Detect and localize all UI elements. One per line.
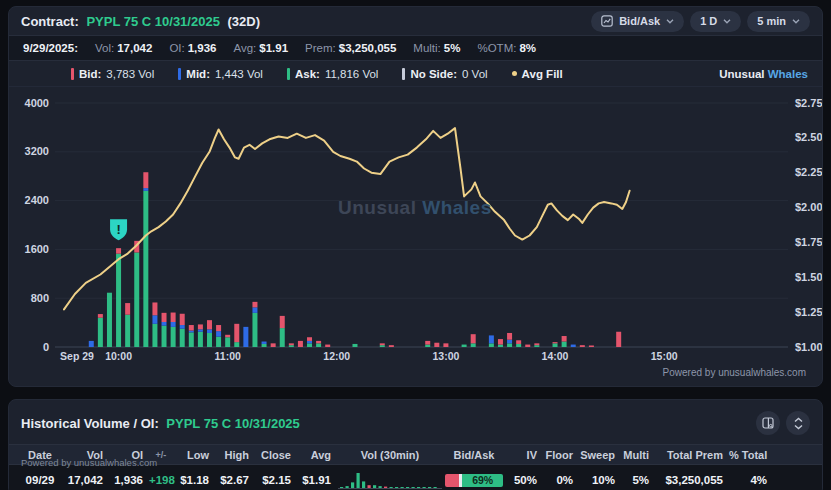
row-total-prem: $3,250,055 [655, 474, 729, 486]
svg-text:12:00: 12:00 [323, 350, 350, 362]
col-high[interactable]: High [215, 449, 255, 461]
row-close: $2.15 [255, 474, 297, 486]
svg-text:$1.50: $1.50 [795, 271, 823, 283]
svg-text:14:00: 14:00 [542, 350, 569, 362]
contract-label: Contract: [21, 14, 79, 29]
svg-text:$2.25: $2.25 [795, 166, 823, 178]
col-iv[interactable]: IV [505, 449, 543, 461]
expand-sort-button[interactable] [786, 411, 810, 435]
svg-text:$2.75: $2.75 [795, 97, 823, 109]
svg-text:10:00: 10:00 [105, 350, 132, 362]
stat-avg: Avg:$1.91 [234, 42, 289, 54]
chart-controls: Bid/Ask 1 D 5 min [591, 11, 810, 32]
svg-text:15:00: 15:00 [651, 350, 678, 362]
chevron-down-icon [792, 19, 800, 24]
legend-item-avgfill[interactable]: Avg Fill [512, 68, 563, 80]
chart-type-dropdown[interactable]: Bid/Ask [591, 11, 684, 32]
row-oi-change: +198 [149, 474, 173, 486]
svg-text:2400: 2400 [25, 194, 49, 206]
chart-icon [601, 15, 613, 27]
legend-item-ask[interactable]: Ask:11,816 Vol [287, 68, 378, 80]
contract-name[interactable]: PYPL 75 C 10/31/2025 [86, 14, 219, 29]
svg-text:0: 0 [43, 341, 49, 353]
svg-text:$2.00: $2.00 [795, 201, 823, 213]
svg-text:3200: 3200 [25, 145, 49, 157]
row-floor: 0% [543, 474, 579, 486]
range-label: 1 D [700, 15, 717, 27]
sort-arrows-icon [793, 417, 804, 430]
historical-panel: Historical Volume / OI: PYPL 75 C 10/31/… [8, 399, 823, 490]
svg-text:!: ! [116, 222, 120, 237]
col-low[interactable]: Low [173, 449, 215, 461]
interval-label: 5 min [757, 15, 786, 27]
price-volume-chart[interactable]: 08001600240032004000$1.00$1.25$1.50$1.75… [9, 87, 822, 365]
col-bid-ask[interactable]: Bid/Ask [443, 449, 505, 461]
stat-prem: Prem:$3,250,055 [305, 42, 396, 54]
noside-swatch [402, 68, 405, 80]
svg-text:1600: 1600 [25, 243, 49, 255]
historical-header: Historical Volume / OI: PYPL 75 C 10/31/… [9, 400, 822, 444]
row-sweep: 10% [579, 474, 621, 486]
ask-swatch [287, 68, 290, 80]
svg-text:Sep 29: Sep 29 [60, 350, 94, 362]
row-multi: 5% [621, 474, 655, 486]
chevron-down-icon [666, 19, 674, 24]
stat-multi: Multi:5% [413, 42, 460, 54]
col-avg[interactable]: Avg [297, 449, 337, 461]
col-total-prem[interactable]: Total Prem [655, 449, 729, 461]
interval-dropdown[interactable]: 5 min [747, 11, 810, 32]
daily-stats-bar: 9/29/2025: Vol:17,042 OI:1,936 Avg:$1.91… [9, 35, 822, 61]
powered-by-watermark: Powered by unusualwhales.com [21, 457, 157, 468]
row-vol-30min [337, 471, 443, 490]
contract-header: Contract: PYPL 75 C 10/31/2025 (32D) Bid… [9, 7, 822, 35]
row-iv: 50% [505, 474, 543, 486]
vol-30min-sparkline [338, 471, 442, 490]
svg-text:13:00: 13:00 [432, 350, 459, 362]
bid-swatch [71, 68, 74, 80]
col-floor[interactable]: Floor [543, 449, 579, 461]
row-oi: 1,936 [109, 474, 149, 486]
legend-item-noside[interactable]: No Side:0 Vol [402, 68, 487, 80]
col-vol-30min[interactable]: Vol (30min) [337, 449, 443, 461]
page-title: Contract: PYPL 75 C 10/31/2025 (32D) [21, 14, 260, 29]
row-bid-ask: 69% [443, 474, 505, 487]
svg-text:$1.75: $1.75 [795, 236, 823, 248]
stat-otm: %OTM:8% [477, 42, 536, 54]
chart-legend: Bid:3,783 Vol Mid:1,443 Vol Ask:11,816 V… [9, 61, 822, 87]
col-sweep[interactable]: Sweep [579, 449, 621, 461]
stat-vol: Vol:17,042 [95, 42, 152, 54]
table-row[interactable]: 09/29 17,042 1,936 +198 $1.18 $2.67 $2.1… [9, 465, 822, 490]
stats-date: 9/29/2025: [23, 42, 78, 54]
row-high: $2.67 [215, 474, 255, 486]
col-multi[interactable]: Multi [621, 449, 655, 461]
powered-by-text: Powered by unusualwhales.com [9, 365, 822, 386]
range-dropdown[interactable]: 1 D [690, 11, 741, 32]
row-vol: 17,042 [59, 474, 109, 486]
svg-text:800: 800 [31, 292, 49, 304]
brand-logo: Unusual Whales [719, 68, 808, 80]
contract-dte: (32D) [228, 14, 261, 29]
legend-item-bid[interactable]: Bid:3,783 Vol [71, 68, 154, 80]
contract-chart-panel: Contract: PYPL 75 C 10/31/2025 (32D) Bid… [8, 6, 823, 387]
row-low: $1.18 [173, 474, 215, 486]
row-avg: $1.91 [297, 474, 337, 486]
col-pct-total[interactable]: % Total [729, 449, 773, 461]
columns-settings-button[interactable] [756, 411, 780, 435]
col-close[interactable]: Close [255, 449, 297, 461]
columns-icon [762, 417, 774, 429]
legend-item-mid[interactable]: Mid:1,443 Vol [178, 68, 263, 80]
row-pct-total: 4% [729, 474, 773, 486]
row-date: 09/29 [21, 474, 59, 486]
svg-text:$1.00: $1.00 [795, 341, 823, 353]
svg-text:$1.25: $1.25 [795, 306, 823, 318]
svg-text:11:00: 11:00 [215, 350, 241, 362]
mid-swatch [178, 68, 181, 80]
chart-canvas[interactable]: 08001600240032004000$1.00$1.25$1.50$1.75… [9, 87, 823, 365]
app-root: Contract: PYPL 75 C 10/31/2025 (32D) Bid… [0, 0, 831, 490]
avgfill-swatch [512, 71, 517, 76]
chart-type-label: Bid/Ask [619, 15, 660, 27]
chevron-down-icon [723, 19, 731, 24]
ask-percentage-label: 69% [462, 474, 503, 487]
historical-title: Historical Volume / OI: PYPL 75 C 10/31/… [21, 416, 304, 431]
historical-contract[interactable]: PYPL 75 C 10/31/2025 [166, 416, 299, 431]
